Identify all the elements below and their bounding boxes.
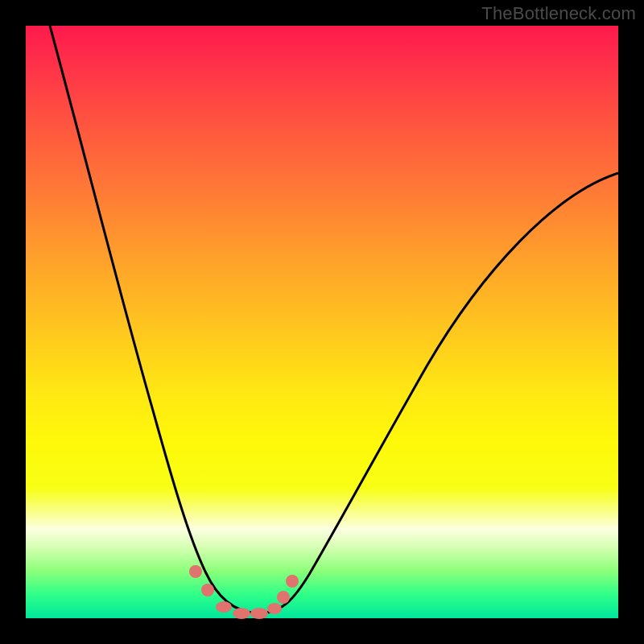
watermark-text: TheBottleneck.com xyxy=(481,3,636,24)
plot-gradient-background xyxy=(26,26,618,618)
chart-frame: TheBottleneck.com xyxy=(0,0,644,644)
